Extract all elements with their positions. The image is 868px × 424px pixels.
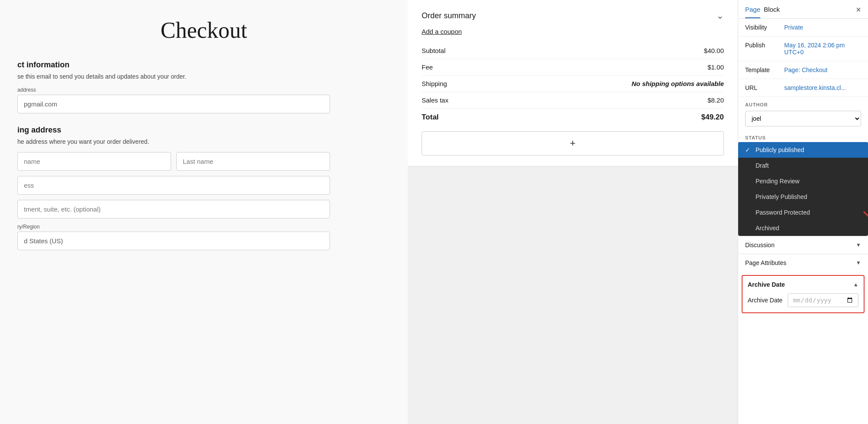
order-line-salestax: Sales tax $8.20 <box>422 92 724 109</box>
sidebar-tabs: Page Block × <box>738 0 868 19</box>
url-label: URL <box>745 84 784 91</box>
visibility-value: Private <box>784 24 861 31</box>
order-line-shipping: Shipping No shipping options available <box>422 76 724 92</box>
salestax-label: Sales tax <box>422 96 449 104</box>
status-option-label-pending: Pending Review <box>756 178 799 185</box>
country-field[interactable] <box>17 232 330 250</box>
url-row: URL samplestore.kinsta.cl... <box>738 79 868 97</box>
add-coupon-link[interactable]: Add a coupon <box>422 28 462 35</box>
visibility-row: Visibility Private <box>738 19 868 36</box>
publish-label: Publish <box>745 42 784 49</box>
total-value: $49.20 <box>701 113 724 122</box>
contact-section-label: ct information <box>17 60 408 70</box>
tab-page[interactable]: Page <box>745 6 760 18</box>
fee-value: $1.00 <box>707 63 724 71</box>
order-summary-section: Order summary ⌄ Add a coupon Subtotal $4… <box>408 0 738 166</box>
status-option-archived[interactable]: Archived <box>738 220 868 236</box>
order-summary-header[interactable]: Order summary ⌄ <box>422 10 724 21</box>
address-field[interactable] <box>17 176 330 195</box>
order-line-subtotal: Subtotal $40.00 <box>422 43 724 59</box>
order-line-total: Total $49.20 <box>422 109 724 126</box>
status-section-title: STATUS <box>738 132 868 142</box>
first-name-field[interactable] <box>17 152 171 171</box>
discussion-section[interactable]: Discussion ▼ <box>738 236 868 254</box>
publish-value: May 16, 2024 2:06 pm UTC+0 <box>784 42 861 56</box>
archive-date-label: Archive Date <box>748 297 782 304</box>
archive-date-row: Archive Date <box>748 293 858 307</box>
status-option-label-archived: Archived <box>756 225 779 232</box>
url-value: samplestore.kinsta.cl... <box>784 84 861 91</box>
email-field[interactable] <box>17 95 330 113</box>
status-option-label-private: Privately Published <box>756 193 807 200</box>
archive-date-input[interactable] <box>788 293 858 307</box>
status-option-label-password: Password Protected <box>756 209 810 216</box>
author-select[interactable]: joel <box>745 111 861 126</box>
name-row <box>17 152 330 171</box>
subtotal-value: $40.00 <box>704 47 724 54</box>
archive-date-header[interactable]: Archive Date ▲ <box>748 281 858 288</box>
close-button[interactable]: × <box>856 5 861 14</box>
visibility-label: Visibility <box>745 24 784 31</box>
status-option-label-draft: Draft <box>756 162 769 169</box>
plus-button[interactable]: + <box>422 131 724 156</box>
order-summary-chevron-icon: ⌄ <box>716 10 724 21</box>
sidebar-panel: Page Block × Visibility Private Publish … <box>738 0 868 424</box>
order-lines: Subtotal $40.00 Fee $1.00 Shipping No sh… <box>422 43 724 126</box>
order-summary-label: Order summary <box>422 11 476 20</box>
billing-section-label: ing address <box>17 126 408 135</box>
billing-sublabel: he address where you want your order del… <box>17 138 408 145</box>
fee-label: Fee <box>422 63 433 71</box>
template-value: Page: Checkout <box>784 66 861 73</box>
archive-date-chevron-icon: ▲ <box>853 282 858 288</box>
status-option-label-publicly: Publicly published <box>756 146 804 153</box>
right-panel: Order summary ⌄ Add a coupon Subtotal $4… <box>408 0 738 424</box>
tab-block[interactable]: Block <box>764 6 780 18</box>
author-section-title: AUTHOR <box>738 97 868 109</box>
page-attributes-section[interactable]: Page Attributes ▼ <box>738 254 868 272</box>
page-title: Checkout <box>17 17 390 43</box>
email-label: address <box>17 87 408 93</box>
status-option-draft[interactable]: Draft <box>738 158 868 173</box>
subtotal-label: Subtotal <box>422 47 446 54</box>
page-attributes-chevron-icon: ▼ <box>856 260 861 266</box>
total-label: Total <box>422 113 439 122</box>
shipping-label: Shipping <box>422 80 447 87</box>
country-label: ry/Region <box>17 224 408 230</box>
status-option-privately-published[interactable]: Privately Published <box>738 189 868 205</box>
main-content: Checkout ct information se this email to… <box>0 0 408 424</box>
sidebar-tab-group: Page Block <box>745 6 780 18</box>
discussion-chevron-icon: ▼ <box>856 242 861 248</box>
billing-section: ing address he address where you want yo… <box>17 126 408 250</box>
contact-sublabel: se this email to send you details and up… <box>17 73 408 80</box>
template-label: Template <box>745 66 784 73</box>
page-attributes-label: Page Attributes <box>745 259 786 266</box>
discussion-label: Discussion <box>745 242 775 248</box>
publish-row: Publish May 16, 2024 2:06 pm UTC+0 <box>738 36 868 61</box>
status-option-pending-review[interactable]: Pending Review <box>738 173 868 189</box>
archive-date-title-label: Archive Date <box>748 281 785 288</box>
status-option-password-protected[interactable]: Password Protected <box>738 205 868 220</box>
apt-field[interactable] <box>17 200 330 219</box>
salestax-value: $8.20 <box>707 96 724 104</box>
order-line-fee: Fee $1.00 <box>422 59 724 76</box>
check-icon: ✓ <box>745 146 752 153</box>
template-row: Template Page: Checkout <box>738 61 868 79</box>
sidebar-content: Visibility Private Publish May 16, 2024 … <box>738 19 868 424</box>
last-name-field[interactable] <box>176 152 330 171</box>
archive-date-section: Archive Date ▲ Archive Date <box>742 275 865 313</box>
shipping-value: No shipping options available <box>631 80 724 87</box>
status-dropdown-popup: ✓ Publicly published Draft Pending Revie… <box>738 142 868 236</box>
status-option-publicly-published[interactable]: ✓ Publicly published <box>738 142 868 158</box>
